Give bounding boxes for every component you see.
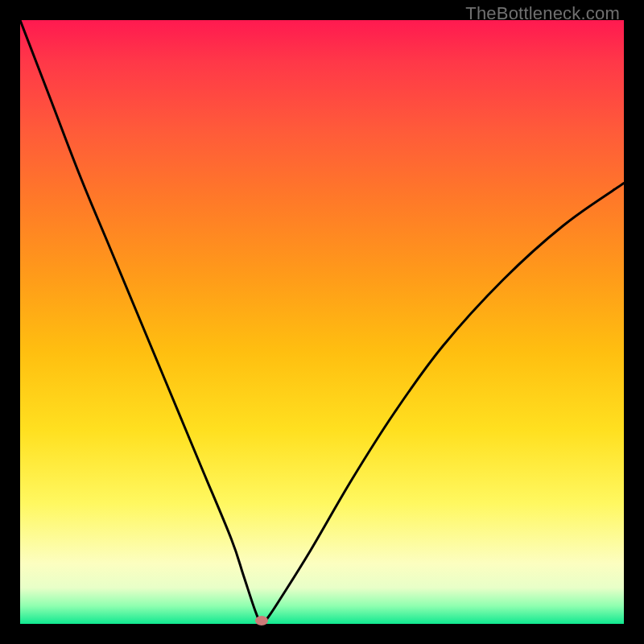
- bottleneck-curve: [20, 20, 624, 624]
- chart-container: TheBottleneck.com: [0, 0, 644, 644]
- plot-area: [20, 20, 624, 624]
- optimal-point-marker: [255, 616, 268, 625]
